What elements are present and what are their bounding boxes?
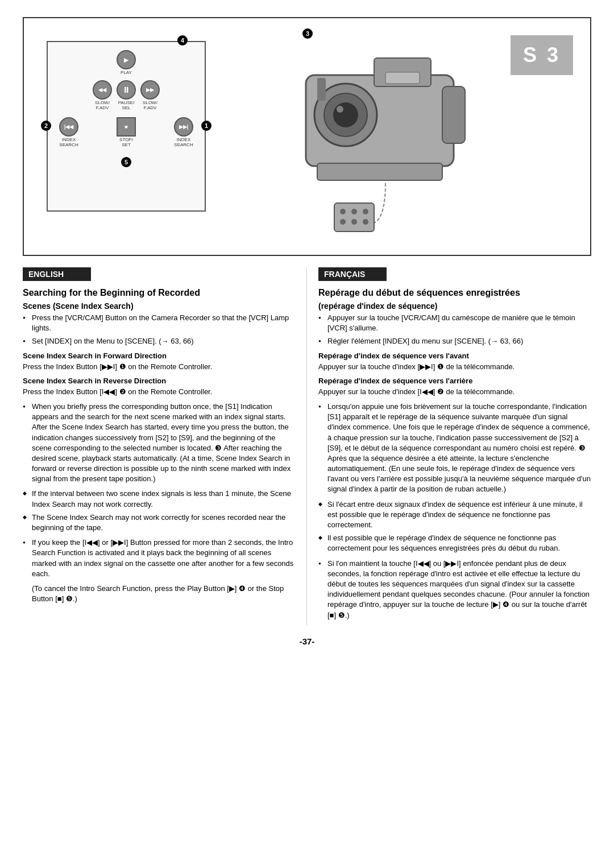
slow-pause-row: ◀◀ SLOW/F.ADV ⏸ PAUSE/SEL ▶▶ SLOW/F.ADV xyxy=(93,80,160,111)
francais-intro-bullets: Appuyer sur la touche [VCR/CAM] du camés… xyxy=(318,313,591,347)
slow-right-label: SLOW/F.ADV xyxy=(143,101,157,111)
francais-header: FRANÇAIS xyxy=(318,267,387,281)
svg-point-12 xyxy=(351,209,357,214)
index-row: 2 |◀◀ INDEXSEARCH ■ STOP/SET ▶▶| INDEXSE… xyxy=(53,117,199,148)
francais-intro-bullet: Si l'on maintient la touche [I◀◀] ou [▶▶… xyxy=(318,559,591,621)
page: S 3 3 4 ▶ PLAY ◀◀ SLOW/F.ADV xyxy=(0,0,614,868)
stop-label: STOP/SET xyxy=(119,138,133,148)
francais-reverse-title: Repérage d'index de séquence vers l'arri… xyxy=(318,377,591,385)
circle4-num: 4 xyxy=(177,35,188,46)
francais-section-subtitle: (repérage d'index de séquence) xyxy=(318,301,591,311)
english-bullet1: Press the [VCR/CAM] Button on the Camera… xyxy=(23,313,295,333)
s3-badge: S 3 xyxy=(511,35,573,75)
svg-rect-6 xyxy=(442,86,465,143)
svg-rect-10 xyxy=(334,203,374,232)
pause-btn: ⏸ xyxy=(117,80,136,100)
svg-point-14 xyxy=(340,219,346,225)
svg-point-11 xyxy=(340,209,346,214)
english-reverse-title: Scene Index Search in Reverse Direction xyxy=(23,377,295,385)
english-section-subtitle: Scenes (Scene Index Search) xyxy=(23,301,295,311)
slow-right-wrap: ▶▶ SLOW/F.ADV xyxy=(140,80,160,111)
svg-rect-9 xyxy=(385,72,420,84)
circle5-position: 5 xyxy=(121,157,131,167)
francais-diamonds: Si l'écart entre deux signaux d'index de… xyxy=(318,499,591,554)
stop-btn: ■ xyxy=(117,117,136,137)
english-bullet2: Set [INDEX] on the Menu to [SCENE]. (→ 6… xyxy=(23,336,295,346)
francais-reverse-text: Appuyer sur la touche d'index [I◀◀] ❷ de… xyxy=(318,387,591,397)
circle5-num: 5 xyxy=(121,157,131,167)
slow-left-btn: ◀◀ xyxy=(93,80,112,100)
circle1-position: 1 xyxy=(201,120,211,130)
english-reverse-text: Press the Index Button [I◀◀] ❷ on the Re… xyxy=(23,387,295,397)
circle2-num: 2 xyxy=(41,121,51,131)
pause-wrap: ⏸ PAUSE/SEL xyxy=(117,80,136,111)
english-diamond1: If the interval between two scene index … xyxy=(23,489,295,509)
camera-illustration xyxy=(272,35,488,240)
play-label: PLAY xyxy=(121,71,132,76)
play-btn-wrap: ▶ PLAY xyxy=(117,50,136,76)
francais-bullet2: Régler l'élément [INDEX] du menu sur [SC… xyxy=(318,336,591,346)
circle1-num: 1 xyxy=(201,121,211,131)
francais-main-para: Lorsqu'on appuie une fois brièvement sur… xyxy=(318,402,591,495)
slow-left-wrap: ◀◀ SLOW/F.ADV xyxy=(93,80,112,111)
svg-point-15 xyxy=(351,219,357,225)
svg-point-16 xyxy=(363,219,368,225)
svg-point-4 xyxy=(337,106,343,113)
francais-diamond2: Il est possible que le repérage d'index … xyxy=(318,533,591,553)
index-fwd-btn: ▶▶| xyxy=(174,117,193,137)
english-intro-bullets: Press the [VCR/CAM] Button on the Camera… xyxy=(23,313,295,347)
english-diamond2: The Scene Index Search may not work corr… xyxy=(23,512,295,533)
camera-svg xyxy=(272,35,488,240)
content-area: ENGLISH Searching for the Beginning of R… xyxy=(23,267,591,625)
francais-bullet3: Si l'on maintient la touche [I◀◀] ou [▶▶… xyxy=(318,559,591,621)
circle2-position: 2 xyxy=(41,120,51,130)
english-bullet3: If you keep the [I◀◀] or [▶▶I] Button pr… xyxy=(23,538,295,579)
english-forward-title: Scene Index Search in Forward Direction xyxy=(23,352,295,360)
index-back-wrap: |◀◀ INDEXSEARCH xyxy=(59,117,78,148)
play-row: ▶ PLAY xyxy=(117,50,136,76)
slow-right-btn: ▶▶ xyxy=(140,80,160,100)
slow-left-label: SLOW/F.ADV xyxy=(95,101,110,111)
play-btn: ▶ xyxy=(117,50,136,69)
francais-main-bullet: Lorsqu'on appuie une fois brièvement sur… xyxy=(318,402,591,495)
svg-point-3 xyxy=(333,102,358,127)
english-column: ENGLISH Searching for the Beginning of R… xyxy=(23,267,307,625)
english-forward-text: Press the Index Button [▶▶I] ❶ on the Re… xyxy=(23,362,295,372)
control-panel: 4 ▶ PLAY ◀◀ SLOW/F.ADV ⏸ PAUSE/SEL xyxy=(47,41,206,212)
stop-wrap: ■ STOP/SET xyxy=(117,117,136,148)
francais-forward-text: Appuyer sur la touche d'index [▶▶I] ❶ de… xyxy=(318,362,591,372)
diagram-area: S 3 3 4 ▶ PLAY ◀◀ SLOW/F.ADV xyxy=(23,17,591,256)
pause-label: PAUSE/SEL xyxy=(118,101,135,111)
english-main-bullet: When you briefly press the corresponding… xyxy=(23,402,295,485)
index-back-label: INDEXSEARCH xyxy=(59,138,78,148)
svg-point-13 xyxy=(363,209,368,214)
index-fwd-wrap: ▶▶| INDEXSEARCH xyxy=(174,117,193,148)
index-fwd-label: INDEXSEARCH xyxy=(174,138,193,148)
circle4-position: 4 xyxy=(177,35,188,46)
english-cancel-text: (To cancel the Intro Search Function, pr… xyxy=(23,584,295,604)
english-diamonds: If the interval between two scene index … xyxy=(23,489,295,533)
francais-bullet1: Appuyer sur la touche [VCR/CAM] du camés… xyxy=(318,313,591,333)
english-intro-bullet: If you keep the [I◀◀] or [▶▶I] Button pr… xyxy=(23,538,295,579)
svg-rect-8 xyxy=(317,163,442,180)
francais-column: FRANÇAIS Repérage du début de séquences … xyxy=(307,267,591,625)
page-number: -37- xyxy=(23,636,591,646)
francais-forward-title: Repérage d'index de séquence vers l'avan… xyxy=(318,352,591,360)
english-section-title: Searching for the Beginning of Recorded xyxy=(23,288,295,298)
francais-section-title: Repérage du début de séquences enregistr… xyxy=(318,288,591,298)
english-main-para: When you briefly press the corresponding… xyxy=(23,402,295,485)
francais-diamond1: Si l'écart entre deux signaux d'index de… xyxy=(318,499,591,531)
svg-rect-7 xyxy=(317,78,326,101)
english-header: ENGLISH xyxy=(23,267,91,281)
index-back-btn: |◀◀ xyxy=(59,117,78,137)
